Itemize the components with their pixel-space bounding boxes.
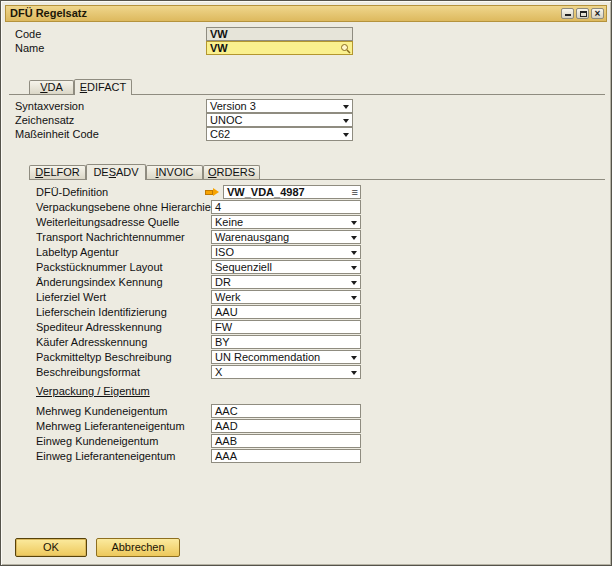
- lieferziel-wert-label: Lieferziel Wert: [36, 291, 106, 304]
- spediteur-adresskennung-label: Spediteur Adresskennung: [36, 321, 162, 334]
- lieferschein-identifizierung-field[interactable]: AAU: [211, 305, 361, 319]
- close-button[interactable]: ×: [591, 8, 604, 19]
- labeltyp-agentur-combo[interactable]: ISO: [211, 245, 361, 259]
- packmitteltyp-beschreibung-label: Packmitteltyp Beschreibung: [36, 351, 172, 364]
- choose-from-list-icon[interactable]: [340, 43, 351, 54]
- syntaxversion-combo[interactable]: Version 3: [206, 99, 353, 113]
- dropdown-icon: [343, 133, 349, 137]
- labeltyp-agentur-label: Labeltyp Agentur: [36, 246, 119, 259]
- name-label: Name: [15, 42, 44, 55]
- dropdown-icon: [351, 371, 357, 375]
- masseinheit-code-label: Maßeinheit Code: [15, 128, 99, 141]
- einweg-kundeneigentum-label: Einweg Kundeneigentum: [36, 435, 158, 448]
- code-field: VW: [206, 27, 353, 41]
- einweg-lieferanteneigentum-label: Einweg Lieferanteneigentum: [36, 450, 175, 463]
- mehrweg-kundeneigentum-field[interactable]: AAC: [211, 404, 361, 418]
- title-bar: DFÜ Regelsatz ×: [5, 5, 607, 22]
- packstuecknummer-layout-combo[interactable]: Sequenziell: [211, 260, 361, 274]
- window-title: DFÜ Regelsatz: [10, 7, 87, 19]
- aenderungsindex-combo[interactable]: DR: [211, 275, 361, 289]
- mehrweg-lieferanteneigentum-field[interactable]: AAD: [211, 419, 361, 433]
- maximize-button[interactable]: [576, 8, 589, 19]
- mehrweg-kundeneigentum-label: Mehrweg Kundeneigentum: [36, 405, 167, 418]
- tab-vda[interactable]: VDA: [29, 80, 74, 94]
- dropdown-icon: [351, 266, 357, 270]
- dfu-definition-label: DFÜ-Definition: [36, 186, 108, 199]
- zeichensatz-combo[interactable]: UNOC: [206, 113, 353, 127]
- subtab-desadv[interactable]: DESADV: [86, 164, 146, 180]
- dfu-definition-field[interactable]: VW_VDA_4987 ≡: [223, 185, 361, 199]
- mehrweg-lieferanteneigentum-label: Mehrweg Lieferanteneigentum: [36, 420, 185, 433]
- masseinheit-code-combo[interactable]: C62: [206, 127, 353, 141]
- packmitteltyp-beschreibung-combo[interactable]: UN Recommendation: [211, 350, 361, 364]
- beschreibungsformat-combo[interactable]: X: [211, 365, 361, 379]
- dropdown-icon: [351, 251, 357, 255]
- verpackungsebene-field[interactable]: 4: [211, 200, 361, 214]
- name-field[interactable]: VW: [206, 41, 353, 55]
- transport-nachrichtennummer-label: Transport Nachrichtennummer: [36, 231, 185, 244]
- kaeufer-adresskennung-label: Käufer Adresskennung: [36, 336, 147, 349]
- packstuecknummer-layout-label: Packstücknummer Layout: [36, 261, 163, 274]
- subtab-invoic[interactable]: INVOIC: [146, 165, 203, 179]
- dropdown-icon: [351, 236, 357, 240]
- lieferschein-identifizierung-label: Lieferschein Identifizierung: [36, 306, 167, 319]
- dfu-regelsatz-window: DFÜ Regelsatz × Code VW Name VW VDA EDIF…: [0, 0, 612, 566]
- dropdown-icon: [351, 296, 357, 300]
- subtab-delfor[interactable]: DELFOR: [29, 165, 86, 179]
- minimize-icon: [565, 14, 571, 16]
- close-icon: ×: [592, 9, 603, 18]
- beschreibungsformat-label: Beschreibungsformat: [36, 366, 140, 379]
- einweg-lieferanteneigentum-field[interactable]: AAA: [211, 449, 361, 463]
- dropdown-icon: [351, 281, 357, 285]
- code-label: Code: [15, 28, 41, 41]
- transport-nachrichtennummer-combo[interactable]: Warenausgang: [211, 230, 361, 244]
- spediteur-adresskennung-field[interactable]: FW: [211, 320, 361, 334]
- weiterleitungsadresse-combo[interactable]: Keine: [211, 215, 361, 229]
- minimize-button[interactable]: [561, 8, 574, 19]
- cancel-button[interactable]: Abbrechen: [96, 538, 180, 557]
- ok-button[interactable]: OK: [15, 538, 87, 557]
- syntaxversion-label: Syntaxversion: [15, 100, 84, 113]
- dropdown-icon: [351, 356, 357, 360]
- window-controls: ×: [561, 8, 604, 19]
- aenderungsindex-label: Änderungsindex Kennung: [36, 276, 163, 289]
- lieferziel-wert-combo[interactable]: Werk: [211, 290, 361, 304]
- verpackung-eigentum-section-title: Verpackung / Eigentum: [36, 385, 150, 397]
- weiterleitungsadresse-label: Weiterleitungsadresse Quelle: [36, 216, 179, 229]
- dropdown-icon: [343, 105, 349, 109]
- kaeufer-adresskennung-field[interactable]: BY: [211, 335, 361, 349]
- dropdown-icon: [343, 119, 349, 123]
- maximize-icon: [580, 11, 587, 17]
- dropdown-icon: [351, 221, 357, 225]
- zeichensatz-label: Zeichensatz: [15, 114, 74, 127]
- einweg-kundeneigentum-field[interactable]: AAB: [211, 434, 361, 448]
- tab-edifact[interactable]: EDIFACT: [74, 79, 132, 95]
- subtab-orders[interactable]: ORDERS: [203, 165, 260, 179]
- verpackungsebene-label: Verpackungsebene ohne Hierarchie: [36, 201, 211, 214]
- choose-list-icon[interactable]: ≡: [352, 186, 358, 198]
- link-arrow-icon[interactable]: [206, 187, 220, 198]
